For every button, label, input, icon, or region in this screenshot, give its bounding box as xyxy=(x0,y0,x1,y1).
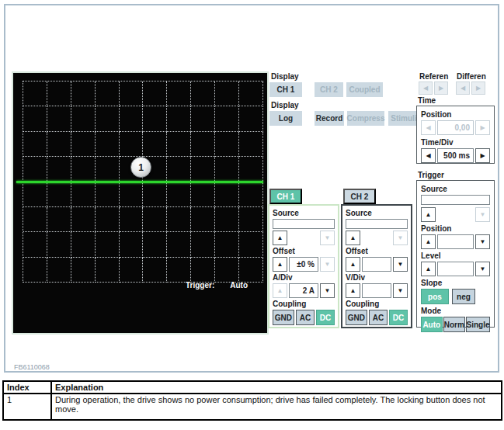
timediv-left-button[interactable] xyxy=(421,148,436,163)
time-position-right-button[interactable] xyxy=(475,120,490,135)
timediv-right-button[interactable] xyxy=(475,148,490,163)
difference-next-button[interactable] xyxy=(471,81,485,95)
ch2-gnd-button[interactable]: GND xyxy=(346,310,367,325)
display-coupled-button[interactable]: Coupled xyxy=(346,82,383,97)
trigger-source-label: Source xyxy=(421,185,490,193)
record-button[interactable]: Record xyxy=(315,111,344,126)
trigger-source-up-button[interactable] xyxy=(421,207,436,222)
ch2-vdiv-up-button[interactable] xyxy=(346,283,360,298)
trigger-level-down-button[interactable] xyxy=(475,262,490,276)
figure-code: FB6110068 xyxy=(14,363,50,371)
mode-auto-button[interactable]: Auto xyxy=(421,317,443,332)
ch2-offset-label: Offset xyxy=(346,247,408,255)
timediv-label: Time/Div xyxy=(421,138,490,147)
ch2-offset-up-button[interactable] xyxy=(346,257,360,272)
ch2-vdiv-value[interactable] xyxy=(362,283,391,298)
difference-prev-button[interactable] xyxy=(456,81,470,95)
slope-neg-button[interactable]: neg xyxy=(452,289,475,304)
trigger-level-label: Level xyxy=(421,251,490,260)
ch2-source-label: Source xyxy=(346,209,408,217)
ch1-dc-button[interactable]: DC xyxy=(316,310,335,325)
ch2-ac-button[interactable]: AC xyxy=(369,310,388,325)
cell-explanation: During operation, the drive shows no pow… xyxy=(51,394,502,420)
ch1-source-label: Source xyxy=(273,209,335,217)
signal-trace xyxy=(16,181,263,183)
trigger-status-value: Auto xyxy=(230,281,248,290)
ch1-offset-up-button[interactable] xyxy=(273,257,287,272)
tab-ch1[interactable]: CH 1 xyxy=(269,189,302,204)
compress-button[interactable]: Compress xyxy=(347,111,384,126)
trigger-source-input[interactable] xyxy=(421,195,490,205)
scope-status: Trigger: Auto xyxy=(186,281,248,290)
ch2-source-down-button[interactable] xyxy=(393,231,408,245)
ch1-panel: Source Offset ±0 % A/Div 2 A Coupling GN… xyxy=(268,204,339,328)
callout-marker-1: 1 xyxy=(130,157,151,178)
header-index: Index xyxy=(3,381,51,394)
trigger-position-up-button[interactable] xyxy=(421,234,436,249)
oscilloscope-screen: 1 Trigger: Auto xyxy=(12,71,269,335)
ch2-coupling-label: Coupling xyxy=(346,300,408,308)
page: 1 Trigger: Auto Display CH 1 CH 2 Couple… xyxy=(0,0,504,430)
ch2-offset-down-button[interactable] xyxy=(393,257,408,272)
mode-single-button[interactable]: Single xyxy=(466,317,490,332)
trigger-position-down-button[interactable] xyxy=(475,234,490,249)
log-button[interactable]: Log xyxy=(269,111,302,126)
display-modes-label: Display xyxy=(271,101,299,109)
ch2-panel: Source Offset V/Div Coupling GND AC xyxy=(341,204,412,328)
display-ch2-button[interactable]: CH 2 xyxy=(315,82,343,97)
explanation-table: Index Explanation 1 During operation, th… xyxy=(2,380,502,421)
trigger-level-up-button[interactable] xyxy=(421,262,436,276)
time-position-value[interactable]: 0,00 xyxy=(437,120,474,135)
display-channels-label: Display xyxy=(271,72,299,81)
ch1-source-down-button[interactable] xyxy=(320,231,335,245)
trigger-slope-label: Slope xyxy=(421,279,490,287)
ch1-offset-value[interactable]: ±0 % xyxy=(289,257,318,272)
ch2-vdiv-label: V/Div xyxy=(346,273,408,282)
trigger-position-label: Position xyxy=(421,224,490,233)
ch2-offset-value[interactable] xyxy=(362,257,391,272)
ch1-offset-label: Offset xyxy=(273,247,335,255)
ch1-offset-down-button[interactable] xyxy=(320,257,335,272)
ch2-source-input[interactable] xyxy=(346,219,408,229)
cell-index: 1 xyxy=(3,394,51,420)
ch1-adiv-label: A/Div xyxy=(273,273,335,282)
ch2-dc-button[interactable]: DC xyxy=(389,310,408,325)
mode-norm-button[interactable]: Norm xyxy=(443,317,465,332)
trigger-position-value[interactable] xyxy=(437,234,474,249)
tab-ch2[interactable]: CH 2 xyxy=(343,189,376,204)
table-row: 1 During operation, the drive shows no p… xyxy=(3,394,502,420)
figure-frame: 1 Trigger: Auto Display CH 1 CH 2 Couple… xyxy=(4,4,499,373)
time-position-label: Position xyxy=(421,110,490,119)
trigger-source-down-button[interactable] xyxy=(475,207,490,222)
ch1-adiv-value[interactable]: 2 A xyxy=(289,283,318,298)
difference-label: Differen xyxy=(457,72,486,81)
reference-prev-button[interactable] xyxy=(419,81,433,95)
reference-next-button[interactable] xyxy=(434,81,448,95)
trigger-level-value[interactable] xyxy=(437,262,474,276)
timediv-value[interactable]: 500 ms xyxy=(437,148,474,163)
time-position-left-button[interactable] xyxy=(421,120,436,135)
time-group-label: Time xyxy=(418,96,436,105)
ch1-source-up-button[interactable] xyxy=(273,231,287,245)
slope-pos-button[interactable]: pos xyxy=(421,289,449,304)
ch1-adiv-down-button[interactable] xyxy=(320,283,335,298)
trigger-group-label: Trigger xyxy=(418,171,444,179)
ch2-vdiv-down-button[interactable] xyxy=(393,283,408,298)
ch1-source-input[interactable] xyxy=(273,219,335,229)
stimuli-button[interactable]: Stimuli xyxy=(388,111,419,126)
ch1-ac-button[interactable]: AC xyxy=(296,310,315,325)
trigger-status-label: Trigger: xyxy=(186,281,214,290)
ch1-coupling-label: Coupling xyxy=(273,300,335,308)
trigger-mode-label: Mode xyxy=(421,307,490,315)
header-explanation: Explanation xyxy=(51,381,502,394)
reference-label: Referen xyxy=(419,72,448,81)
table-header-row: Index Explanation xyxy=(3,381,502,394)
ch1-adiv-up-button[interactable] xyxy=(273,283,287,298)
ch1-gnd-button[interactable]: GND xyxy=(273,310,294,325)
ch2-source-up-button[interactable] xyxy=(346,231,360,245)
display-ch1-button[interactable]: CH 1 xyxy=(269,82,302,97)
